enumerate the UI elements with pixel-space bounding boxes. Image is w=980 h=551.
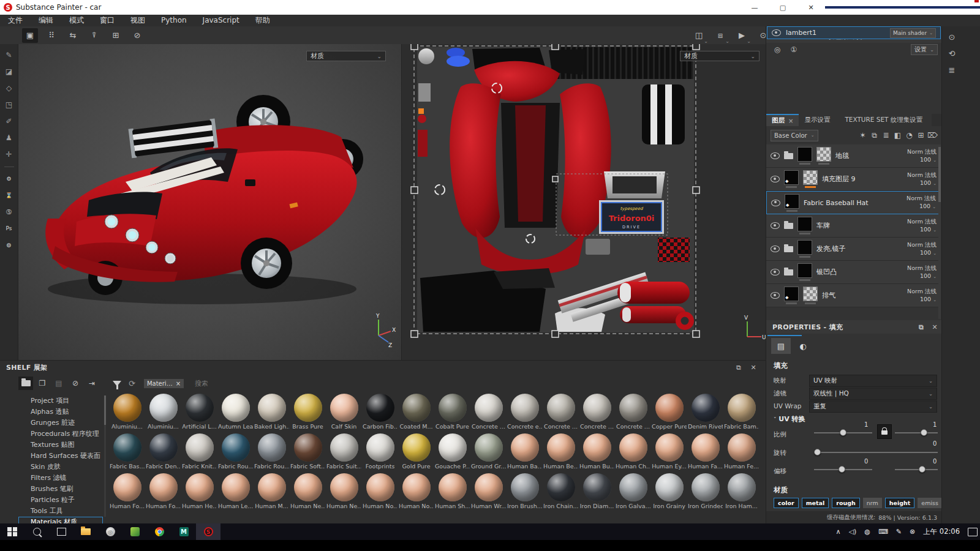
shelf-category[interactable]: Textures 贴图 (18, 440, 103, 451)
channel-toggle-button[interactable]: emiss (918, 498, 942, 508)
material-swatch[interactable]: Fabric Bam... (723, 394, 760, 433)
shelf-category[interactable]: Procedurals 程序纹理 (18, 429, 103, 440)
material-swatch[interactable]: Human No... (362, 473, 398, 513)
material-swatch[interactable]: Iron Brush... (507, 473, 543, 513)
shader-dropdown[interactable]: Main shader⌄ (890, 28, 936, 38)
offset-y-slider[interactable] (895, 466, 938, 473)
tool-icon[interactable]: ✛ (2, 148, 16, 160)
tool-icon[interactable]: ◪ (2, 66, 16, 78)
volume-icon[interactable]: ◁) (849, 528, 857, 536)
material-swatch[interactable]: Iron Chain... (543, 473, 579, 513)
material-swatch[interactable]: Human He... (181, 473, 217, 513)
layer-row[interactable]: ◆ 银凹凸 Norm 法线 100 ⌄ (766, 261, 941, 284)
material-swatch[interactable]: Human Wr... (470, 473, 507, 513)
toolbar-icon[interactable]: ⊞ (108, 28, 124, 43)
close-panel-icon[interactable]: ✕ (929, 320, 941, 334)
mask-thumbnail[interactable] (803, 287, 818, 301)
material-swatch[interactable]: Fabric Rou... (254, 433, 290, 473)
import-resource-icon[interactable]: ⇥ (85, 377, 99, 390)
material-swatch[interactable]: Human Fo... (145, 473, 181, 513)
remove-tag-icon[interactable]: × (176, 380, 181, 387)
layer-visibility-icon[interactable] (771, 246, 780, 252)
material-swatch[interactable]: Human Sh... (434, 473, 470, 513)
tool-icon[interactable]: ♟ (2, 132, 16, 144)
hide-resource-icon[interactable]: ⊘ (68, 377, 83, 390)
shelf-category[interactable]: Brushes 笔刷 (18, 484, 103, 495)
toolbar-icon[interactable]: ⊘ (129, 28, 145, 43)
material-swatch[interactable]: Human Ne... (290, 473, 326, 513)
material-swatch[interactable]: Fabric Soft... (290, 433, 326, 473)
shelf-category[interactable]: Hard Surfaces 硬表面 (18, 451, 103, 462)
layers-toolbar-icon[interactable]: ⌦ (927, 131, 938, 140)
scale-x-slider[interactable] (814, 429, 872, 437)
media-app-button[interactable] (123, 523, 147, 540)
menu-item[interactable]: 文件 (0, 15, 31, 26)
search-input[interactable] (194, 379, 318, 388)
layer-row[interactable]: ◆ 地毯 Norm 法线 100 ⌄ (766, 144, 941, 168)
layer-thumbnail[interactable]: ◆ (797, 263, 812, 278)
material-swatch[interactable]: Ground Gr... (470, 433, 507, 473)
mask-thumbnail[interactable] (816, 147, 831, 162)
notification-center-icon[interactable] (968, 528, 978, 536)
material-swatch[interactable]: Iron Diam... (579, 473, 615, 513)
material-swatch[interactable]: Human Be... (543, 433, 579, 473)
maximize-button[interactable]: ▢ (769, 0, 797, 15)
panel-tab[interactable]: TEXTURE SET 纹理集设置 (839, 114, 932, 126)
toolbar-icon[interactable]: ▣ (22, 28, 38, 43)
shelf-category[interactable]: Skin 皮肤 (18, 462, 103, 473)
material-swatch[interactable]: Human Ch... (615, 433, 651, 473)
channel-toggle-button[interactable]: height (885, 498, 915, 508)
settings-button[interactable]: 设置⌄ (911, 44, 938, 55)
material-swatch[interactable]: Brass Pure (290, 394, 326, 433)
tool-icon[interactable]: ◇ (2, 82, 16, 94)
layer-visibility-icon[interactable] (771, 200, 780, 206)
mask-thumbnail[interactable] (803, 170, 818, 185)
material-swatch[interactable]: Fabric Den... (145, 433, 181, 473)
tablet-settings-icon[interactable]: ⌨ (878, 528, 888, 536)
menu-item[interactable]: 模式 (61, 15, 92, 26)
scale-lock-button[interactable] (877, 424, 892, 439)
maya-button[interactable]: M (172, 523, 196, 540)
scale-y-slider[interactable] (895, 429, 938, 437)
layer-thumbnail[interactable]: ◆ (784, 287, 799, 301)
material-swatch[interactable]: Human Fo... (109, 473, 145, 513)
viewport-2d-uv[interactable]: typespeed Tridoron0i DRIVE (401, 44, 766, 360)
toolbar-icon[interactable]: ⧈⌄ (712, 28, 728, 43)
pen-icon[interactable]: ✎ (896, 528, 902, 536)
float-panel-icon[interactable]: ⧉ (733, 362, 745, 372)
plugin-icon[interactable]: ◍ (2, 239, 16, 251)
float-panel-icon[interactable]: ⧉ (915, 320, 927, 334)
material-swatch[interactable]: Cobalt Pure (434, 394, 470, 433)
shelf-category[interactable]: Project 项目 (18, 395, 103, 407)
material-swatch[interactable]: Human M... (254, 473, 290, 513)
material-swatch[interactable]: Baked Ligh... (254, 394, 290, 433)
layers-scrollbar[interactable] (938, 144, 941, 319)
tool-icon[interactable]: ✎ (2, 49, 16, 61)
material-swatch[interactable]: Human Bu... (579, 433, 615, 473)
material-swatch[interactable]: Copper Pure (651, 394, 687, 433)
material-swatch[interactable]: Concrete ... (470, 394, 507, 433)
sidebar-scrollbar[interactable] (104, 395, 106, 517)
offset-y-value[interactable]: 0 (933, 458, 937, 465)
panel-tab[interactable]: 图层× (766, 114, 799, 126)
layer-visibility-icon[interactable] (771, 176, 780, 182)
uv-transform-collapse[interactable]: ˅ UV 转换 (774, 414, 805, 424)
material-swatch[interactable]: Gouache P... (434, 433, 470, 473)
material-swatch[interactable]: Fabric Bas... (109, 433, 145, 473)
material-swatch[interactable]: Concrete ... (579, 394, 615, 433)
shelf-category[interactable]: Grunges 脏迹 (18, 418, 103, 429)
material-swatch[interactable]: Fabric Rou... (217, 433, 254, 473)
menu-item[interactable]: 编辑 (31, 15, 61, 26)
material-swatch[interactable]: Autumn Leaf (217, 394, 254, 433)
menu-item[interactable]: 窗口 (92, 15, 123, 26)
layer-row[interactable]: ◆ 填充图层 9 Norm 法线 100 ⌄ (766, 168, 941, 191)
dock-icon[interactable]: ⟲ (945, 47, 959, 59)
material-swatch[interactable]: Gold Pure (398, 433, 434, 473)
layer-thumbnail[interactable]: ◆ (784, 170, 799, 185)
chrome-button[interactable] (147, 523, 172, 540)
texture-set-toolbar-icon[interactable]: ① (788, 44, 799, 55)
menu-item[interactable]: 视图 (123, 15, 153, 26)
material-swatch[interactable]: Footprints (362, 433, 398, 473)
tab-fill-properties[interactable]: ▤ (771, 338, 791, 354)
plugin-icon[interactable]: Ⓢ (2, 206, 16, 218)
